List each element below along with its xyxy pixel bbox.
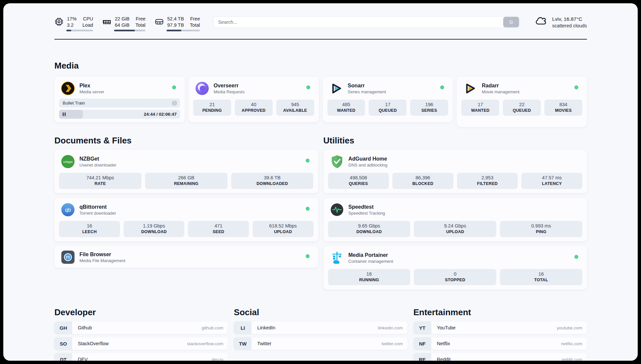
status-dot xyxy=(306,159,310,163)
stat-queued: 22 QUEUED xyxy=(503,100,541,116)
stat-total: 16 TOTAL xyxy=(500,269,582,285)
link-github[interactable]: GH Github github.com xyxy=(54,321,228,334)
link-dev[interactable]: DT DEV dev.to xyxy=(54,353,228,361)
link-netflix[interactable]: NF Netflix netflix.com xyxy=(413,337,587,350)
link-url: youtube.com xyxy=(557,325,582,330)
stat-seed: 471 SEED xyxy=(188,221,249,237)
link-label: DEV xyxy=(78,357,88,361)
stat-upload: 9.24 Gbps UPLOAD xyxy=(414,221,496,237)
link-abbr: RE xyxy=(413,353,431,361)
app-name: Overseerr xyxy=(214,82,245,89)
app-name: Speedtest xyxy=(349,203,385,210)
speedtest-icon xyxy=(330,203,344,217)
entertainment-column: Entertainment YT YouTube youtube.com NF … xyxy=(413,307,587,361)
app-name: Media Portainer xyxy=(349,252,393,258)
radarr-icon xyxy=(463,81,477,95)
app-header-qbittorrent[interactable]: qb qBittorrent Torrent downloader xyxy=(59,202,314,217)
stat-approved: 40 APPROVED xyxy=(235,100,273,116)
ram-total-label: Total xyxy=(136,22,146,28)
app-subtitle: Series management xyxy=(348,89,386,95)
link-label: StackOverflow xyxy=(78,341,108,346)
app-name: Sonarr xyxy=(348,82,386,89)
app-header-portainer[interactable]: Media Portainer Container management xyxy=(328,250,583,265)
app-header-overseerr[interactable]: Overseerr Media Requests xyxy=(193,81,314,95)
link-label: Netflix xyxy=(437,341,450,346)
app-header-speedtest[interactable]: Speedtest Speedtest Tracking xyxy=(328,202,583,217)
link-youtube[interactable]: YT YouTube youtube.com xyxy=(413,321,587,334)
plex-icon xyxy=(61,81,75,95)
disk-icon xyxy=(155,17,164,26)
disk-total-value: 97.9 TB xyxy=(167,22,184,28)
link-label: LinkedIn xyxy=(257,325,275,330)
link-reddit[interactable]: RE Reddit reddit.com xyxy=(413,353,587,361)
pause-button[interactable] xyxy=(63,112,66,116)
link-abbr: GH xyxy=(54,321,72,334)
link-abbr: TW xyxy=(234,337,252,350)
app-card-filebrowser: File Browser Media File Management xyxy=(54,246,318,268)
weather-widget: Lviv, 16.87°C scattered clouds xyxy=(534,15,587,29)
section-title-media: Media xyxy=(54,61,587,71)
app-header-radarr[interactable]: Radarr Movie management xyxy=(461,81,582,95)
ram-total-value: 64 GiB xyxy=(115,22,129,28)
playback-progress: 24:44 / 02:06:47 xyxy=(59,110,180,119)
link-url: dev.to xyxy=(212,357,224,361)
stat-running: 16 RUNNING xyxy=(328,269,411,285)
link-url: reddit.com xyxy=(562,357,582,361)
stat-wanted: 485 WANTED xyxy=(327,100,365,116)
link-label: Github xyxy=(78,325,92,330)
qbittorrent-icon: qb xyxy=(61,203,75,217)
link-label: Reddit xyxy=(437,357,451,361)
status-dot xyxy=(306,254,310,258)
stats-row: 21 PENDING 40 APPROVED 945 AVAILABLE xyxy=(193,100,314,116)
stat-downloaded: 39.6 TB DOWNLOADED xyxy=(231,173,314,189)
weather-condition: scattered clouds xyxy=(552,22,587,29)
stat-available: 945 AVAILABLE xyxy=(276,100,314,116)
top-bar: 17% 3.2 CPU Load 22 GiB 64 GiB xyxy=(54,12,587,32)
status-dot xyxy=(172,85,176,89)
link-twitter[interactable]: TW Twitter twitter.com xyxy=(234,337,407,350)
sonarr-icon xyxy=(329,81,343,95)
app-subtitle: Media File Management xyxy=(79,258,125,264)
stat-rate: 744.21 Mbps RATE xyxy=(59,173,141,189)
utilities-column: Utilities AdGuard Home DNS and adblockin… xyxy=(323,136,587,289)
app-header-filebrowser[interactable]: File Browser Media File Management xyxy=(59,250,314,264)
link-abbr: YT xyxy=(413,321,431,334)
search-bar: G xyxy=(213,16,520,28)
app-header-plex[interactable]: Plex Media server xyxy=(59,81,180,95)
stat-pending: 21 PENDING xyxy=(193,100,231,116)
app-header-adguard[interactable]: AdGuard Home DNS and adblocking xyxy=(328,154,583,168)
link-linkedin[interactable]: LI LinkedIn linkedin.com xyxy=(234,321,407,334)
weather-location: Lviv, 16.87°C xyxy=(552,15,587,22)
disk-widget: 52.4 TB 97.9 TB Free Total xyxy=(155,16,200,28)
now-playing-title: Bullet Train xyxy=(63,101,85,106)
link-url: twitter.com xyxy=(382,341,403,346)
app-subtitle: Container management xyxy=(349,258,393,264)
cpu-load-label: Load xyxy=(82,22,93,28)
app-name: Plex xyxy=(79,82,104,89)
search-input[interactable] xyxy=(213,16,520,28)
header-divider xyxy=(54,39,587,40)
stat-upload: 618.52 Mbps UPLOAD xyxy=(253,221,314,237)
app-subtitle: Media server xyxy=(79,89,104,95)
app-subtitle: DNS and adblocking xyxy=(349,162,388,168)
stats-row: 744.21 Mbps RATE 266 GB REMAINING 39.6 T… xyxy=(59,173,314,189)
stats-row: 485 WANTED 17 QUEUED 196 SERIES xyxy=(327,100,448,116)
link-stackoverflow[interactable]: SO StackOverflow stackoverflow.com xyxy=(54,337,228,350)
cpu-load-value: 3.2 xyxy=(67,22,76,28)
stat-filtered: 2,953 FILTERED xyxy=(457,173,518,189)
stat-blocked: 86,396 BLOCKED xyxy=(392,173,453,189)
app-header-sonarr[interactable]: Sonarr Series management xyxy=(327,81,448,95)
cpu-progress-bar xyxy=(66,30,93,31)
link-url: linkedin.com xyxy=(378,325,403,330)
app-name: Radarr xyxy=(482,82,519,89)
app-name: NZBGet xyxy=(79,155,116,162)
cpu-icon xyxy=(54,17,64,26)
status-dot xyxy=(440,85,444,89)
viewfinder-icon[interactable] xyxy=(172,101,177,106)
app-header-nzbget[interactable]: nzbget NZBGet Usenet downloader xyxy=(59,154,314,168)
social-column: Social LI LinkedIn linkedin.com TW Twitt… xyxy=(234,307,407,353)
search-engine-button[interactable]: G xyxy=(503,17,519,27)
playback-time: 24:44 / 02:06:47 xyxy=(144,112,177,117)
app-name: AdGuard Home xyxy=(349,155,388,162)
now-playing-row: Bullet Train xyxy=(59,99,180,107)
